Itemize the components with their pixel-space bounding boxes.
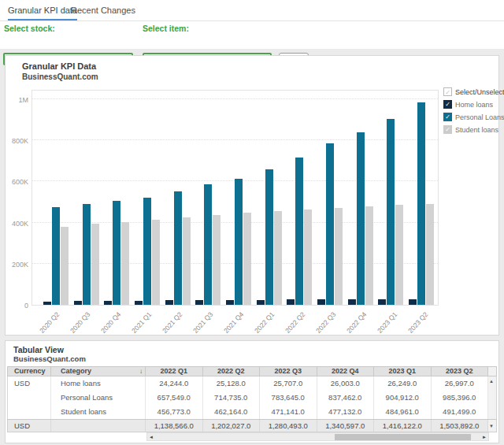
bar-home-loans[interactable]: [226, 300, 234, 305]
bar-home-loans[interactable]: [287, 299, 295, 305]
bar-student-loans[interactable]: [121, 222, 129, 305]
vertical-scrollbar[interactable]: ▼: [488, 420, 496, 432]
x-tick-label: 2022 Q2: [284, 310, 306, 335]
checkbox-icon[interactable]: ✓: [443, 87, 452, 96]
bar-group: [165, 91, 191, 305]
bar-personal-loans[interactable]: [235, 179, 243, 305]
legend-select-all[interactable]: ✓Select/Unselect All: [443, 87, 498, 96]
horizontal-scrollbar-thumb[interactable]: [335, 434, 471, 440]
bar-personal-loans[interactable]: [204, 184, 212, 305]
bar-student-loans[interactable]: [91, 224, 99, 305]
bar-home-loans[interactable]: [74, 301, 82, 305]
legend-item-personal-loans[interactable]: ✓Personal Loans: [443, 113, 498, 121]
bar-home-loans[interactable]: [317, 299, 325, 305]
vertical-scrollbar[interactable]: ▲: [488, 376, 496, 391]
x-tick-label: 2022 Q1: [253, 310, 276, 335]
bar-student-loans[interactable]: [335, 208, 343, 305]
bar-personal-loans[interactable]: [174, 191, 182, 305]
bar-student-loans[interactable]: [304, 210, 312, 305]
bar-home-loans[interactable]: [43, 302, 51, 305]
legend-item-home-loans[interactable]: ✓Home loans: [443, 100, 498, 109]
bar-home-loans[interactable]: [348, 299, 356, 305]
checkbox-icon[interactable]: ✓: [443, 113, 452, 121]
tab-recent-changes[interactable]: Recent Changes: [71, 0, 135, 20]
scroll-down-icon[interactable]: ▼: [489, 424, 494, 428]
bar-student-loans[interactable]: [183, 217, 191, 305]
y-tick-label: 0: [8, 302, 28, 310]
legend-item-label: Home loans: [455, 101, 493, 109]
row-value: 471,141.0: [260, 405, 317, 419]
bar-student-loans[interactable]: [274, 211, 282, 305]
bar-home-loans[interactable]: [165, 300, 173, 305]
legend: ✓Select/Unselect All✓Home loans✓Personal…: [443, 87, 498, 138]
bar-home-loans[interactable]: [378, 299, 386, 305]
tab-granular-kpi-data[interactable]: Granular KPI data: [8, 0, 77, 20]
row-value: 491,499.0: [432, 405, 489, 419]
header-cell-category[interactable]: Category↓: [51, 367, 146, 376]
row-value: 657,549.0: [146, 391, 203, 405]
table-panel: Tabular View BusinessQuant.com CurrencyC…: [5, 340, 499, 443]
bar-student-loans[interactable]: [243, 213, 251, 305]
scroll-left-icon[interactable]: ◄: [149, 435, 154, 439]
header-cell-currency[interactable]: Currency: [8, 367, 51, 376]
vertical-scrollbar[interactable]: [488, 405, 496, 419]
bar-home-loans[interactable]: [135, 301, 143, 305]
select-stock-label: Select stock:: [4, 24, 55, 33]
y-tick-label: 200K: [8, 261, 28, 269]
bar-personal-loans[interactable]: [357, 132, 365, 305]
bar-student-loans[interactable]: [426, 204, 434, 305]
table-row[interactable]: USDHome loans24,244.025,128.025,707.026,…: [7, 376, 497, 391]
row-value: 904,912.0: [374, 391, 432, 405]
table-row[interactable]: Personal Loans657,549.0714,735.0783,645.…: [7, 391, 497, 405]
bar-student-loans[interactable]: [365, 206, 373, 305]
row-value: 26,003.0: [317, 376, 375, 391]
checkbox-icon[interactable]: ✓: [443, 125, 452, 134]
bar-student-loans[interactable]: [61, 227, 69, 305]
bar-personal-loans[interactable]: [326, 143, 334, 305]
bar-personal-loans[interactable]: [113, 201, 120, 305]
bar-home-loans[interactable]: [257, 300, 265, 305]
bar-home-loans[interactable]: [409, 299, 417, 305]
bar-group: [74, 91, 99, 305]
bar-personal-loans[interactable]: [52, 207, 60, 305]
y-tick-label: 600K: [8, 178, 28, 186]
y-tick-label: 800K: [8, 137, 28, 145]
bar-personal-loans[interactable]: [143, 198, 151, 305]
table-row[interactable]: Student loans456,773.0462,164.0471,141.0…: [7, 405, 497, 419]
bar-personal-loans[interactable]: [387, 119, 395, 305]
header-cell-2023-q2[interactable]: 2023 Q2: [432, 367, 489, 376]
checkbox-icon[interactable]: ✓: [443, 100, 452, 109]
bar-group: [378, 91, 403, 305]
row-currency: [8, 391, 51, 405]
horizontal-scrollbar[interactable]: ◄ ►: [146, 432, 489, 441]
total-value: 1,340,597.0: [317, 420, 375, 432]
bar-personal-loans[interactable]: [417, 102, 425, 305]
bar-student-loans[interactable]: [213, 215, 220, 305]
row-value: 837,462.0: [317, 391, 375, 405]
row-category: Home loans: [51, 376, 146, 391]
total-value: 1,416,122.0: [374, 420, 432, 432]
row-value: 25,707.0: [260, 376, 317, 391]
header-cell-2022-q1[interactable]: 2022 Q1: [146, 367, 203, 376]
bar-personal-loans[interactable]: [295, 158, 303, 305]
bar-group: [195, 91, 220, 305]
scroll-right-icon[interactable]: ►: [482, 435, 487, 439]
bar-home-loans[interactable]: [195, 300, 203, 305]
bar-personal-loans[interactable]: [83, 204, 91, 305]
header-cell-2022-q3[interactable]: 2022 Q3: [260, 367, 317, 376]
bar-home-loans[interactable]: [104, 301, 112, 305]
header-cell-2022-q4[interactable]: 2022 Q4: [317, 367, 375, 376]
header-cell-2022-q2[interactable]: 2022 Q2: [203, 367, 261, 376]
bar-student-loans[interactable]: [395, 205, 403, 305]
bar-group: [43, 91, 69, 305]
bar-student-loans[interactable]: [152, 220, 160, 305]
bar-personal-loans[interactable]: [265, 169, 273, 305]
total-value: 1,138,566.0: [146, 420, 203, 432]
sort-descending-icon[interactable]: ↓: [139, 367, 143, 376]
select-item-label: Select item:: [143, 24, 189, 33]
filter-bar: Select stock: SOFI - SoFi Technologies ▼…: [0, 21, 504, 49]
legend-item-student-loans[interactable]: ✓Student loans: [443, 125, 498, 134]
scroll-up-icon[interactable]: ▲: [489, 379, 494, 384]
vertical-scrollbar[interactable]: [488, 391, 496, 405]
header-cell-2023-q1[interactable]: 2023 Q1: [374, 367, 432, 376]
